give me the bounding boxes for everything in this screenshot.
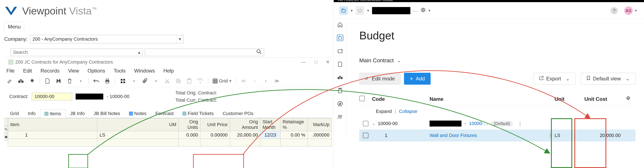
tab-grid[interactable]: Grid <box>6 109 24 118</box>
group-checkbox-cell[interactable] <box>359 121 372 126</box>
spellcheck-icon[interactable]: ABC✔ <box>197 78 204 84</box>
menu-options[interactable]: Options <box>88 68 105 74</box>
menu-tab[interactable]: Menu <box>4 22 24 31</box>
menu-tools[interactable]: Tools <box>114 68 126 74</box>
chevron-down-icon[interactable]: ⌄ <box>372 121 375 126</box>
cell-start-month[interactable]: 12/23 <box>260 131 280 139</box>
minimize-icon[interactable]: — <box>301 59 306 65</box>
items-table[interactable]: Item UM Orig Units Unit Price Orig Amoun… <box>8 118 332 147</box>
close-icon[interactable]: ✕ <box>326 59 330 65</box>
tab-jb-bill-notes[interactable]: JB Bill Notes <box>89 109 125 118</box>
currency-icon[interactable] <box>337 101 343 107</box>
col-code[interactable]: Code <box>372 96 430 102</box>
app-switcher-icon[interactable] <box>339 6 348 15</box>
help-icon[interactable]: ? <box>610 7 618 14</box>
cell-unit-price[interactable]: 0.00000 <box>200 131 230 139</box>
col-unit-cost[interactable]: Unit Cost <box>584 96 620 102</box>
table-row-new[interactable] <box>8 139 332 147</box>
item-name-link[interactable]: Wall and Door Fixtures <box>430 133 477 138</box>
col-retainage[interactable]: Retainage % <box>280 118 308 131</box>
cell-new[interactable] <box>8 139 97 147</box>
new-icon[interactable] <box>44 78 51 84</box>
table-settings-button[interactable] <box>620 96 636 103</box>
document-icon[interactable] <box>337 61 343 67</box>
edit-mode-button[interactable]: Edit mode <box>359 73 400 85</box>
clipboard-icon[interactable] <box>337 87 343 94</box>
table-row[interactable]: 1 LS 0.000 0.00000 20,000.00 12/23 0.00 … <box>8 131 332 139</box>
col-markup[interactable]: MarkUp <box>308 118 332 131</box>
tab-info[interactable]: Info <box>24 109 40 118</box>
nav-first-icon[interactable]: ≪ <box>240 78 247 84</box>
cell-item[interactable]: 1 <box>8 131 97 139</box>
grid-toggle-button[interactable]: Grid ▾ <box>212 78 232 84</box>
avatar-menu[interactable]: AS ▾ <box>624 6 637 15</box>
cell-orig-amount[interactable]: 20,000.00 <box>230 131 260 139</box>
binoculars-icon[interactable] <box>18 78 24 84</box>
group-link[interactable]: 10000-… <box>469 121 488 126</box>
cell-retainage[interactable]: 0.00 % <box>280 131 308 139</box>
search-category-select[interactable]: Search ▴ <box>11 48 143 56</box>
undo-icon[interactable] <box>93 78 100 84</box>
attach-dropdown-icon[interactable]: ▾ <box>153 78 160 84</box>
budget-icon[interactable] <box>337 35 343 41</box>
paste-icon[interactable] <box>186 78 193 84</box>
attach-icon[interactable] <box>142 78 148 84</box>
tab-forecast[interactable]: Forecast <box>151 109 178 118</box>
nav-last-icon[interactable]: ≫ <box>274 78 280 84</box>
cell-orig-units[interactable]: 0.000 <box>179 131 200 139</box>
apps-icon[interactable] <box>120 78 126 84</box>
cell-um[interactable]: LS <box>97 131 179 139</box>
col-um[interactable]: UM <box>97 118 179 131</box>
chevron-down-icon[interactable]: ▾ <box>351 8 353 13</box>
budget-item-row[interactable]: 1 Wall and Door Fixtures ⋮ LS 20,000.00 <box>359 130 636 142</box>
tab-jb-info[interactable]: JB Info <box>66 109 89 118</box>
collapse-link[interactable]: Collapse <box>399 109 418 114</box>
cut-icon[interactable] <box>164 78 170 84</box>
edit-icon[interactable] <box>6 78 13 84</box>
gear-icon[interactable] <box>28 78 35 84</box>
menu-records[interactable]: Records <box>40 68 60 74</box>
print-icon[interactable] <box>104 78 111 84</box>
menu-help[interactable]: Help <box>163 68 174 74</box>
kebab-icon[interactable]: ⋮ <box>546 133 554 139</box>
delete-dropdown-icon[interactable]: ▾ <box>77 78 84 84</box>
chevron-down-icon[interactable]: ▾ <box>176 35 183 43</box>
nav-next-icon[interactable]: › <box>262 78 269 84</box>
cell-markup[interactable]: .000000 <box>308 131 332 139</box>
col-start-month[interactable]: Start Month <box>260 118 280 131</box>
col-unit-price[interactable]: Unit Price <box>200 118 230 131</box>
col-unit[interactable]: Unit <box>554 96 584 102</box>
maximize-icon[interactable]: □ <box>314 59 317 65</box>
budget-group-row[interactable]: ⌄ 10000-00 - 10000-… (Default) ⋮ <box>359 118 636 130</box>
apps-dropdown-icon[interactable]: ▾ <box>130 78 137 84</box>
col-name[interactable]: Name <box>430 96 554 102</box>
add-button[interactable]: + Add <box>404 73 430 85</box>
item-checkbox-cell[interactable] <box>359 133 372 138</box>
people-icon[interactable] <box>337 114 343 120</box>
tab-customer-pos[interactable]: Customer POs <box>218 109 258 118</box>
delete-icon[interactable] <box>66 78 73 84</box>
menu-edit[interactable]: Edit <box>23 68 32 74</box>
menu-file[interactable]: File <box>6 68 15 74</box>
save-icon[interactable] <box>55 78 62 84</box>
menu-windows[interactable]: Windows <box>134 68 155 74</box>
search-input[interactable] <box>145 48 264 56</box>
default-view-button[interactable]: Default view ⌄ <box>581 73 636 85</box>
kebab-icon[interactable]: ⋮ <box>516 121 524 127</box>
company-select[interactable]: 200 - AnyCompany Contractors ▾ <box>30 35 183 43</box>
transfer-icon[interactable] <box>337 48 343 54</box>
tab-notes[interactable]: Notes <box>124 109 151 118</box>
nav-prev-icon[interactable]: ‹ <box>251 78 258 84</box>
export-button[interactable]: Export ⌄ <box>533 73 576 85</box>
home-icon[interactable] <box>337 21 343 28</box>
col-item[interactable]: Item <box>8 118 97 131</box>
menu-view[interactable]: View <box>68 68 79 74</box>
recent-icon[interactable] <box>356 6 364 15</box>
chevron-down-icon[interactable]: ▾ <box>428 8 430 13</box>
search-icon[interactable] <box>337 74 343 81</box>
tab-items[interactable]: Items <box>40 110 66 118</box>
expand-link[interactable]: Expand <box>376 109 392 114</box>
col-orig-units[interactable]: Orig Units <box>179 118 200 131</box>
contract-selector[interactable]: Main Contract ⌄ <box>359 57 636 64</box>
select-all-cell[interactable] <box>359 96 372 103</box>
